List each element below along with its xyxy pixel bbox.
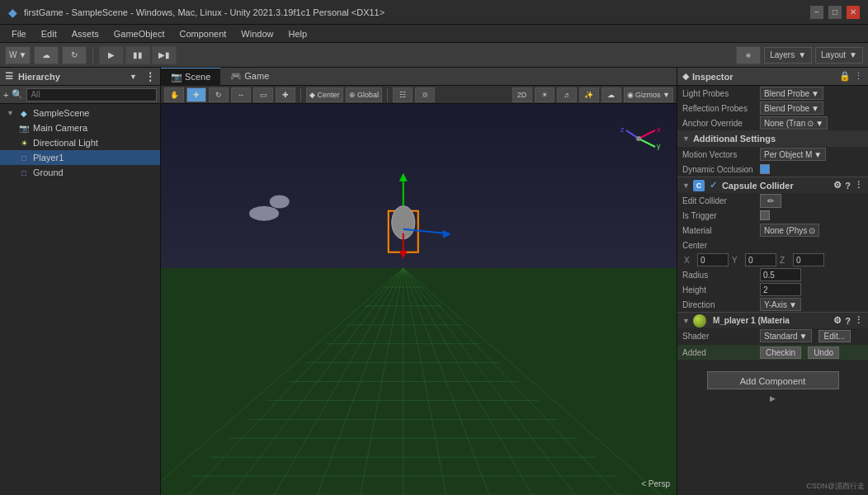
center-z-input[interactable] bbox=[793, 253, 824, 266]
hierarchy-panel: ☰ Hierarchy ▼ ⋮ + 🔍 ▼ ◆ SampleScene 📷 Ma… bbox=[0, 68, 161, 495]
light-probes-dropdown[interactable]: Blend Probe▼ bbox=[760, 87, 823, 100]
grid-toggle[interactable]: ☷ bbox=[393, 87, 413, 102]
fx-toggle[interactable]: ✨ bbox=[579, 87, 599, 102]
menu-component[interactable]: Component bbox=[172, 27, 233, 40]
hand-tool[interactable]: ✋ bbox=[164, 87, 184, 102]
close-button[interactable]: ✕ bbox=[847, 6, 860, 19]
hierarchy-item-maincamera[interactable]: 📷 Main Camera bbox=[0, 120, 160, 135]
motion-vectors-label: Motion Vectors bbox=[682, 150, 757, 159]
hierarchy-item-player1[interactable]: □ Player1 bbox=[0, 150, 160, 165]
menubar: File Edit Assets GameObject Component Wi… bbox=[0, 25, 868, 43]
add-component-button[interactable]: Add Component bbox=[707, 371, 839, 389]
edit-collider-button[interactable]: ✏ bbox=[760, 194, 781, 208]
material-dropdown[interactable]: None (Phys ⊙ bbox=[760, 224, 819, 237]
direction-label: Direction bbox=[682, 300, 757, 309]
maximize-button[interactable]: □ bbox=[828, 6, 842, 19]
search-icon: 🔍 bbox=[12, 89, 23, 100]
material-overflow-icon[interactable]: ⋮ bbox=[854, 315, 863, 326]
hierarchy-search-input[interactable] bbox=[26, 88, 157, 101]
help-icon[interactable]: ? bbox=[845, 181, 851, 191]
menu-assets[interactable]: Assets bbox=[65, 27, 106, 40]
audio-toggle[interactable]: ♬ bbox=[557, 87, 577, 102]
inspector-panel: ◆ Inspector 🔒 ⋮ Light Probes Blend Probe… bbox=[677, 68, 868, 495]
move-tool[interactable]: ✚ bbox=[186, 87, 206, 102]
tab-game[interactable]: 🎮 Game bbox=[220, 68, 279, 86]
rotate-tool[interactable]: ↻ bbox=[209, 87, 229, 102]
is-trigger-checkbox[interactable] bbox=[760, 210, 770, 220]
menu-file[interactable]: File bbox=[5, 27, 33, 40]
gizmos-toggle[interactable]: ◉ Gizmos ▼ bbox=[624, 87, 673, 102]
w-dropdown[interactable]: W ▼ bbox=[5, 46, 31, 64]
skybox-toggle[interactable]: ☁ bbox=[601, 87, 621, 102]
dynamic-occlusion-checkbox[interactable] bbox=[760, 164, 770, 174]
inspector-lock[interactable]: 🔒 bbox=[839, 71, 851, 82]
material-help-icon[interactable]: ? bbox=[845, 316, 851, 326]
center-label: Center bbox=[682, 241, 757, 250]
capsule-collider-header[interactable]: ▼ C ✓ Capsule Collider ⚙ ? ⋮ bbox=[677, 177, 868, 193]
global-toggle[interactable]: ⊕ Global bbox=[346, 87, 383, 102]
settings-icon[interactable]: ⚙ bbox=[833, 180, 842, 191]
capsule-icon: C bbox=[693, 180, 705, 191]
scene-tab-bar: 📷 Scene 🎮 Game bbox=[161, 68, 677, 86]
inspector-menu[interactable]: ⋮ bbox=[854, 71, 863, 82]
shader-dropdown[interactable]: Standard▼ bbox=[760, 329, 812, 342]
direction-row: Direction Y-Axis▼ bbox=[677, 297, 868, 312]
toolbar-sep2 bbox=[387, 88, 388, 101]
hierarchy-item-directionallight[interactable]: ☀ Directional Light bbox=[0, 135, 160, 150]
direction-dropdown[interactable]: Y-Axis▼ bbox=[760, 298, 801, 311]
x-label: X bbox=[684, 256, 694, 265]
edit-shader-button[interactable]: Edit... bbox=[818, 330, 851, 342]
scene-viewport[interactable]: < Persp x y z bbox=[161, 104, 677, 495]
added-row: Added Checkin Undo bbox=[677, 345, 868, 360]
rect-tool[interactable]: ▭ bbox=[253, 87, 273, 102]
height-row: Height bbox=[677, 282, 868, 297]
pause-button[interactable]: ▮▮ bbox=[125, 46, 150, 64]
plus-icon[interactable]: + bbox=[3, 90, 8, 100]
reflection-probes-row: Reflection Probes Blend Probe▼ bbox=[677, 101, 868, 116]
play-button[interactable]: ▶ bbox=[99, 46, 124, 64]
collab-button[interactable]: ⎈ bbox=[736, 46, 761, 64]
material-settings-icon[interactable]: ⚙ bbox=[833, 315, 842, 326]
tab-scene[interactable]: 📷 Scene bbox=[161, 68, 220, 86]
snap-toggle[interactable]: ⛭ bbox=[415, 87, 435, 102]
minimize-button[interactable]: − bbox=[810, 6, 823, 19]
2d-toggle[interactable]: 2D bbox=[512, 87, 532, 102]
cloud-icon[interactable]: ☁ bbox=[34, 46, 59, 64]
watermark: CSDN@湄西行走 bbox=[806, 481, 865, 492]
center-y-input[interactable] bbox=[745, 253, 776, 266]
scale-tool[interactable]: ↔ bbox=[231, 87, 251, 102]
collab-icon[interactable]: ↻ bbox=[62, 46, 87, 64]
y-label: Y bbox=[732, 256, 742, 265]
separator-1 bbox=[92, 47, 93, 64]
checkin-button[interactable]: Checkin bbox=[760, 346, 801, 359]
anchor-override-dropdown[interactable]: None (Tran ⊙▼ bbox=[760, 116, 828, 130]
overflow-icon[interactable]: ⋮ bbox=[854, 180, 863, 191]
reflection-probes-label: Reflection Probes bbox=[682, 104, 757, 113]
menu-edit[interactable]: Edit bbox=[35, 27, 64, 40]
anchor-override-row: Anchor Override None (Tran ⊙▼ bbox=[677, 116, 868, 130]
pivot-toggle[interactable]: ◆ Center bbox=[306, 87, 343, 102]
light-probes-row: Light Probes Blend Probe▼ bbox=[677, 86, 868, 101]
titlebar-controls[interactable]: − □ ✕ bbox=[810, 6, 860, 19]
light-toggle[interactable]: ☀ bbox=[535, 87, 554, 102]
scene-toolbar: ✋ ✚ ↻ ↔ ▭ ✚ ◆ Center ⊕ Global ☷ ⛭ 2D ☀ ♬… bbox=[161, 86, 677, 104]
motion-vectors-dropdown[interactable]: Per Object M▼ bbox=[760, 148, 826, 161]
additional-settings-header[interactable]: ▼ Additional Settings bbox=[677, 130, 868, 147]
radius-input[interactable] bbox=[760, 268, 801, 281]
menu-gameobject[interactable]: GameObject bbox=[107, 27, 172, 40]
step-button[interactable]: ▶▮ bbox=[152, 46, 177, 64]
playback-controls[interactable]: ▶ ▮▮ ▶▮ bbox=[99, 46, 177, 64]
layers-dropdown[interactable]: Layers ▼ bbox=[764, 47, 812, 64]
transform-tool[interactable]: ✚ bbox=[276, 87, 295, 102]
menu-help[interactable]: Help bbox=[281, 27, 314, 40]
toolbar-right: ⎈ Layers ▼ Layout ▼ bbox=[736, 46, 863, 64]
center-x-input[interactable] bbox=[697, 253, 729, 266]
reflection-probes-dropdown[interactable]: Blend Probe▼ bbox=[760, 101, 823, 115]
layout-dropdown[interactable]: Layout ▼ bbox=[815, 47, 863, 64]
material-section-header[interactable]: ▼ M_player 1 (Materia ⚙ ? ⋮ bbox=[677, 312, 868, 328]
undo-button[interactable]: Undo bbox=[808, 346, 839, 359]
hierarchy-item-samplescene[interactable]: ▼ ◆ SampleScene bbox=[0, 106, 160, 120]
menu-window[interactable]: Window bbox=[234, 27, 280, 40]
hierarchy-item-ground[interactable]: □ Ground bbox=[0, 165, 160, 180]
height-input[interactable] bbox=[760, 283, 801, 296]
